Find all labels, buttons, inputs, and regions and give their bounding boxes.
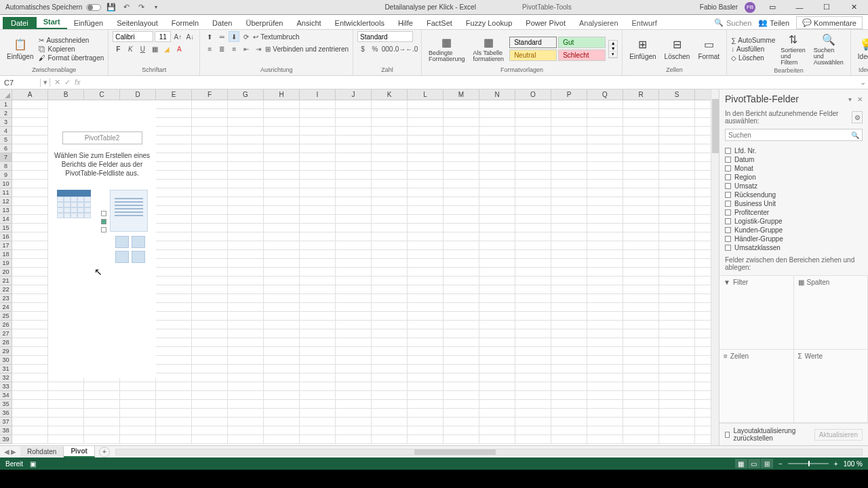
column-header[interactable]: R (623, 89, 659, 100)
tab-entwurf[interactable]: Entwurf (625, 17, 664, 29)
align-center-icon[interactable]: ≣ (216, 43, 227, 54)
ideas-button[interactable]: 💡Ideen (855, 37, 868, 62)
row-header[interactable]: 31 (0, 365, 12, 373)
worksheet-grid[interactable]: ABCDEFGHIJKLMNOPQRS 12345678910111213141… (0, 89, 719, 445)
area-rows[interactable]: ≡Zeilen (719, 350, 794, 424)
page-break-view-icon[interactable]: ⊞ (761, 459, 773, 468)
font-name-select[interactable]: Calibri (113, 31, 153, 42)
field-item[interactable]: Händler-Gruppe (725, 235, 863, 243)
orientation-icon[interactable]: ⟳ (241, 31, 252, 42)
fill-button[interactable]: ↓Ausfüllen (731, 45, 775, 53)
field-checkbox[interactable] (725, 148, 731, 154)
style-standard[interactable]: Standard (509, 37, 557, 48)
row-header[interactable]: 35 (0, 400, 12, 409)
column-header[interactable]: S (659, 89, 695, 100)
field-item[interactable]: Umsatz (725, 182, 863, 190)
add-sheet-icon[interactable]: + (99, 447, 110, 458)
row-header[interactable]: 12 (0, 197, 12, 206)
column-header[interactable]: C (84, 89, 120, 100)
row-header[interactable]: 18 (0, 250, 12, 259)
indent-decrease-icon[interactable]: ⇤ (241, 43, 252, 54)
field-item[interactable]: Datum (725, 155, 863, 164)
comments-button[interactable]: 💬Kommentare (796, 16, 863, 29)
column-header[interactable]: M (443, 89, 479, 100)
tab-fuzzy[interactable]: Fuzzy Lookup (459, 17, 519, 29)
font-size-select[interactable]: 11 (155, 31, 171, 42)
field-checkbox[interactable] (725, 174, 731, 180)
row-header[interactable]: 9 (0, 171, 12, 180)
field-item[interactable]: Rücksendung (725, 190, 863, 199)
tab-entwicklertools[interactable]: Entwicklertools (328, 17, 391, 29)
row-header[interactable]: 4 (0, 127, 12, 136)
format-cells-button[interactable]: ▭Format (695, 37, 722, 62)
clear-button[interactable]: ◇Löschen (731, 54, 775, 62)
defer-layout-checkbox[interactable]: Layoutaktualisierung zurückstellen (725, 426, 814, 443)
align-right-icon[interactable]: ≡ (229, 43, 239, 54)
row-header[interactable]: 30 (0, 356, 12, 365)
cut-button[interactable]: ✂Ausschneiden (39, 37, 104, 44)
tab-start[interactable]: Start (37, 16, 67, 29)
autosum-button[interactable]: ∑AutoSumme (731, 37, 775, 44)
border-icon[interactable]: ▦ (149, 43, 160, 54)
field-checkbox[interactable] (725, 236, 731, 242)
scroll-up-icon[interactable]: ▲ (609, 41, 617, 46)
tab-ansicht[interactable]: Ansicht (290, 17, 328, 29)
row-header[interactable]: 11 (0, 188, 12, 197)
row-header[interactable]: 3 (0, 118, 12, 127)
zoom-level[interactable]: 100 % (844, 460, 863, 468)
field-search-input[interactable] (728, 131, 830, 139)
area-values[interactable]: ΣWerte (794, 350, 869, 424)
column-header[interactable]: E (156, 89, 192, 100)
row-header[interactable]: 28 (0, 338, 12, 347)
field-item[interactable]: Lfd. Nr. (725, 146, 863, 155)
expand-icon[interactable]: ▾ (609, 52, 617, 58)
autosave-toggle[interactable] (86, 4, 101, 11)
bold-icon[interactable]: F (113, 43, 123, 54)
row-header[interactable]: 39 (0, 435, 12, 444)
copy-button[interactable]: ⿻Kopieren (39, 45, 104, 53)
row-header[interactable]: 27 (0, 329, 12, 338)
find-select-button[interactable]: 🔍Suchen und Auswählen (811, 31, 846, 67)
align-middle-icon[interactable]: ═ (216, 31, 227, 42)
field-checkbox[interactable] (725, 192, 731, 198)
column-header[interactable]: H (264, 89, 300, 100)
field-checkbox[interactable] (725, 201, 731, 207)
align-top-icon[interactable]: ⬆ (204, 31, 215, 42)
sheet-tab-pivot[interactable]: Pivot (64, 446, 94, 458)
field-item[interactable]: Monat (725, 164, 863, 173)
row-header[interactable]: 16 (0, 232, 12, 241)
row-header[interactable]: 5 (0, 136, 12, 144)
increase-decimal-icon[interactable]: .0→ (394, 43, 405, 54)
tab-seitenlayout[interactable]: Seitenlayout (110, 17, 165, 29)
row-header[interactable]: 25 (0, 312, 12, 321)
tab-hilfe[interactable]: Hilfe (391, 17, 420, 29)
row-header[interactable]: 15 (0, 224, 12, 232)
pane-gear-icon[interactable]: ⚙ (852, 111, 863, 123)
style-gut[interactable]: Gut (558, 37, 606, 48)
align-bottom-icon[interactable]: ⬇ (229, 31, 239, 42)
horizontal-scrollbar[interactable] (115, 449, 863, 455)
field-item[interactable]: Logistik-Gruppe (725, 217, 863, 226)
field-checkbox[interactable] (725, 218, 731, 224)
minimize-icon[interactable]: — (789, 1, 810, 14)
field-item[interactable]: Kunden-Gruppe (725, 226, 863, 235)
tab-formeln[interactable]: Formeln (165, 17, 205, 29)
maximize-icon[interactable]: ☐ (816, 1, 837, 14)
merge-button[interactable]: ⊞Verbinden und zentrieren (265, 43, 349, 54)
fill-color-icon[interactable]: ◢ (161, 43, 172, 54)
column-header[interactable]: Q (587, 89, 623, 100)
indent-increase-icon[interactable]: ⇥ (253, 43, 264, 54)
pane-options-icon[interactable]: ▾ (848, 96, 852, 103)
style-neutral[interactable]: Neutral (509, 49, 557, 61)
row-header[interactable]: 36 (0, 409, 12, 418)
row-header[interactable]: 8 (0, 162, 12, 171)
column-header[interactable]: N (479, 89, 515, 100)
column-header[interactable]: L (408, 89, 443, 100)
tell-me-search[interactable]: 🔍Suchen (714, 18, 751, 27)
expand-formula-bar-icon[interactable]: ⌄ (857, 78, 868, 87)
macro-record-icon[interactable]: ▣ (30, 460, 36, 468)
tab-ueberpruefen[interactable]: Überprüfen (239, 17, 290, 29)
field-item[interactable]: Region (725, 173, 863, 182)
decrease-decimal-icon[interactable]: ←.0 (406, 43, 417, 54)
cancel-formula-icon[interactable]: ✕ (54, 78, 60, 87)
